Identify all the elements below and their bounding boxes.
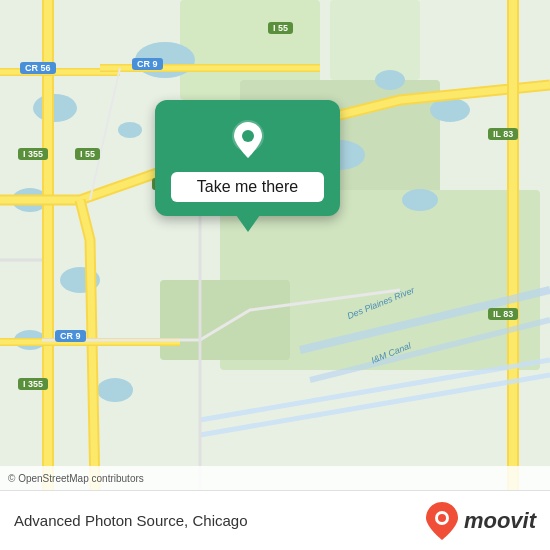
road-label-cr9-bot: CR 9	[55, 330, 86, 342]
svg-rect-20	[509, 0, 517, 490]
road-label-i55-left: I 55	[75, 148, 100, 160]
road-label-il83-bot: IL 83	[488, 308, 518, 320]
map-svg	[0, 0, 550, 490]
moovit-pin-icon	[426, 502, 458, 540]
svg-rect-5	[160, 280, 290, 360]
take-me-there-button[interactable]: Take me there	[171, 172, 324, 202]
road-label-cr9-top: CR 9	[132, 58, 163, 70]
map-popup: Take me there	[155, 100, 340, 216]
attribution-text: © OpenStreetMap contributors	[8, 473, 144, 484]
svg-point-7	[118, 122, 142, 138]
road-label-i355-bot: I 355	[18, 378, 48, 390]
svg-point-16	[97, 378, 133, 402]
location-title: Advanced Photon Source, Chicago	[14, 512, 248, 529]
attribution-bar: © OpenStreetMap contributors	[0, 466, 550, 490]
svg-point-6	[33, 94, 77, 122]
road-label-i355-top: I 355	[18, 148, 48, 160]
moovit-brand-text: moovit	[464, 508, 536, 534]
footer: Advanced Photon Source, Chicago moovit	[0, 490, 550, 550]
road-label-i55-top: I 55	[268, 22, 293, 34]
moovit-logo: moovit	[426, 502, 536, 540]
svg-point-22	[242, 130, 254, 142]
location-pin-icon	[226, 118, 270, 162]
svg-point-24	[438, 514, 446, 522]
svg-rect-2	[330, 0, 420, 80]
map-container: I 355 I 355 I 55 I 55 I 55 CR 56 CR 9 CR…	[0, 0, 550, 490]
road-label-cr56: CR 56	[20, 62, 56, 74]
svg-point-15	[402, 189, 438, 211]
svg-point-12	[375, 70, 405, 90]
road-label-il83-top: IL 83	[488, 128, 518, 140]
